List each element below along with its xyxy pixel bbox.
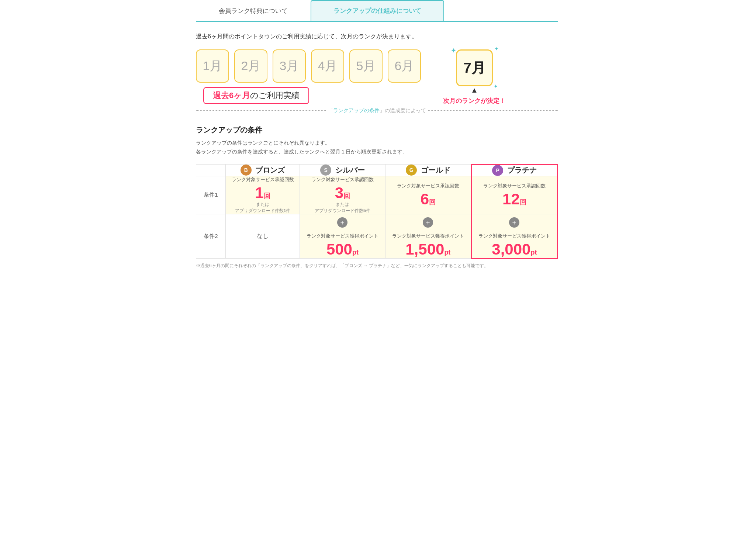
dotted-line-right <box>428 110 558 111</box>
plus-icon-platinum: ＋ <box>509 217 519 228</box>
month-box-4: 4月 <box>311 49 344 83</box>
bronze-condition2: なし <box>226 214 300 258</box>
months-left: 1月 2月 3月 4月 5月 6月 過去6ヶ月のご利用実績 <box>196 49 421 104</box>
dotted-line-row: 「ランクアップの条件」の達成度によって <box>196 107 558 114</box>
intro-text: 過去6ヶ月間のポイントタウンのご利用実績に応じて、次月のランクが決まります。 <box>196 33 558 41</box>
plus-icon-silver: ＋ <box>337 217 347 228</box>
month-box-1: 1月 <box>196 49 229 83</box>
condition1-label: 条件1 <box>196 176 226 214</box>
past-months-label: 過去6ヶ月のご利用実績 <box>203 87 309 104</box>
rankup-section-title: ランクアップの条件 <box>196 125 558 135</box>
footer-note: ※過去6ヶ月の間にそれぞれの「ランクアップの条件」をクリアすれば、「ブロンズ →… <box>196 263 558 269</box>
tab-benefits[interactable]: 会員ランク特典について <box>196 0 311 21</box>
plus-icon-gold: ＋ <box>423 217 433 228</box>
rank-name-platinum: プラチナ <box>507 166 537 174</box>
month-box-2: 2月 <box>234 49 267 83</box>
platinum-condition2: ＋ ランク対象サービス獲得ポイント 3,000pt <box>471 214 557 258</box>
sparkle-icon-tr: ✦ <box>494 46 499 52</box>
bracket-wrapper: 過去6ヶ月のご利用実績 <box>196 84 421 104</box>
rankup-section-desc: ランクアップの条件はランクごとにそれぞれ異なります。 各ランクアップの条件を達成… <box>196 139 558 156</box>
rank-name-silver: シルバー <box>335 166 365 174</box>
dotted-line-left <box>196 110 326 111</box>
medal-platinum-icon: P <box>492 165 503 176</box>
silver-condition1: ランク対象サービス承認回数 3回 または アプリダウンロード件数5件 <box>300 176 385 214</box>
gold-condition1: ランク対象サービス承認回数 6回 <box>385 176 471 214</box>
dotted-text: 「ランクアップの条件」の達成度によって <box>328 107 426 114</box>
rank-header-platinum: P プラチナ <box>471 164 557 176</box>
condition2-label: 条件2 <box>196 214 226 258</box>
sparkle-icon-br: ✦ <box>494 83 498 89</box>
month-box-3: 3月 <box>273 49 306 83</box>
up-arrow-icon: ▲ <box>471 86 478 94</box>
tabs: 会員ランク特典について ランクアップの仕組みについて <box>196 0 558 22</box>
condition2-row: 条件2 なし ＋ ランク対象サービス獲得ポイント 500pt <box>196 214 558 258</box>
medal-bronze-icon: B <box>241 165 252 176</box>
rank-header-row: B ブロンズ S シルバー G ゴールド P プラチナ <box>196 164 558 176</box>
rank-header-silver: S シルバー <box>300 164 385 176</box>
rank-name-gold: ゴールド <box>421 166 450 174</box>
rank-name-bronze: ブロンズ <box>255 166 285 174</box>
month-box-5: 5月 <box>349 49 383 83</box>
platinum-condition1: ランク対象サービス承認回数 12回 <box>471 176 557 214</box>
medal-gold-icon: G <box>406 165 417 176</box>
rank-header-gold: G ゴールド <box>385 164 471 176</box>
next-month-wrapper: ✦ ✦ ✦ 7月 ▲ 次月のランクが決定！ <box>443 49 506 105</box>
rank-header-bronze: B ブロンズ <box>226 164 300 176</box>
months-and-next: 1月 2月 3月 4月 5月 6月 過去6ヶ月のご利用実績 ✦ ✦ ✦ 7月 <box>196 49 558 105</box>
next-month-label: 次月のランクが決定！ <box>443 97 506 105</box>
tab-rankup[interactable]: ランクアップの仕組みについて <box>311 0 444 21</box>
rank-table: B ブロンズ S シルバー G ゴールド P プラチナ <box>196 164 558 259</box>
silver-condition2: ＋ ランク対象サービス獲得ポイント 500pt <box>300 214 385 258</box>
months-row: 1月 2月 3月 4月 5月 6月 <box>196 49 421 83</box>
page-wrapper: 会員ランク特典について ランクアップの仕組みについて 過去6ヶ月間のポイントタウ… <box>188 0 566 284</box>
next-month-box: 7月 <box>456 49 493 86</box>
bronze-condition1: ランク対象サービス承認回数 1回 または アプリダウンロード件数1件 <box>226 176 300 214</box>
gold-condition2: ＋ ランク対象サービス獲得ポイント 1,500pt <box>385 214 471 258</box>
month-box-6: 6月 <box>388 49 421 83</box>
medal-silver-icon: S <box>320 165 331 176</box>
condition1-row: 条件1 ランク対象サービス承認回数 1回 または アプリダウンロード件数1件 ラ… <box>196 176 558 214</box>
sparkle-icon-tl: ✦ <box>451 46 456 55</box>
